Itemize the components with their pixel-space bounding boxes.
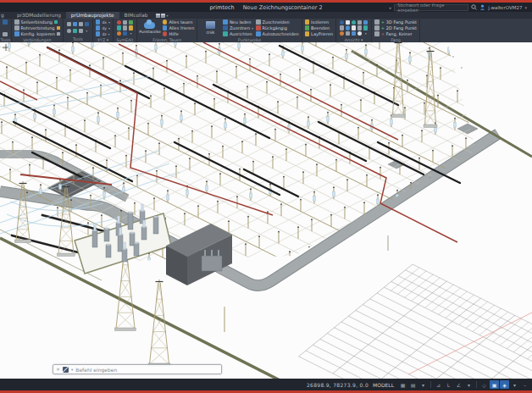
osr-icon bbox=[206, 21, 215, 29]
draw-polyline-icon[interactable] bbox=[73, 22, 78, 27]
seil-option-icon[interactable] bbox=[54, 20, 58, 24]
move-dx-button[interactable]: dx ▾ bbox=[96, 19, 110, 25]
seilverbindung-button[interactable]: Seilverbindung bbox=[14, 19, 60, 25]
symedit-sphere-icon[interactable] bbox=[117, 31, 122, 36]
user-account-icon[interactable] bbox=[479, 4, 485, 10]
beenden-button[interactable]: Beenden bbox=[305, 25, 334, 30]
tab-prumbauprojekte[interactable]: prUmbauprojekte bbox=[66, 12, 119, 19]
isolieren-button[interactable]: Isolieren bbox=[305, 19, 334, 25]
view-sphere-icon[interactable] bbox=[340, 20, 345, 25]
isodraft-icon[interactable]: ◇ bbox=[479, 380, 489, 389]
view-top-icon[interactable] bbox=[363, 20, 369, 25]
user-dropdown-icon[interactable]: ▾ bbox=[524, 5, 527, 10]
drawing-canvas[interactable] bbox=[0, 42, 532, 379]
tab-bimcollab[interactable]: BIMcollab bbox=[119, 12, 153, 19]
view-cube-icon[interactable] bbox=[346, 20, 351, 25]
osnap-icon[interactable]: ▣ bbox=[490, 380, 499, 389]
polar-tracking-icon[interactable]: ∠ bbox=[454, 380, 463, 389]
symedit-apply-icon[interactable] bbox=[129, 20, 134, 25]
infer-constraints-icon[interactable]: ⊿ bbox=[434, 380, 443, 389]
ansicht-caret-icon[interactable]: ▾ bbox=[365, 31, 367, 36]
draw-line-icon[interactable] bbox=[67, 22, 72, 27]
tab-clipped[interactable]: g bbox=[0, 12, 12, 19]
fang-keiner-button[interactable]: × Fang, Keiner bbox=[374, 31, 417, 36]
command-customize-icon[interactable] bbox=[63, 367, 69, 373]
ribbon-window-icon-2[interactable] bbox=[161, 14, 165, 18]
view-back-icon[interactable] bbox=[346, 31, 351, 36]
osr-big-button[interactable]: OSR bbox=[200, 21, 220, 35]
zuordnen-button[interactable]: Zuordnen ▾ bbox=[223, 25, 253, 30]
model-space-button[interactable]: MODELL bbox=[373, 382, 394, 388]
snap-cross-icon: × bbox=[381, 31, 385, 36]
zuschneiden-button[interactable]: Zuschneiden bbox=[256, 19, 298, 25]
view-front-icon[interactable] bbox=[340, 25, 345, 30]
ribbon-window-icon[interactable] bbox=[156, 14, 160, 18]
snap-mode-icon[interactable]: ▤ bbox=[408, 380, 418, 389]
rotate-icon[interactable] bbox=[73, 29, 78, 34]
polar-dropdown-icon[interactable]: ▾ bbox=[464, 380, 474, 389]
clipped-tool-icon-2[interactable] bbox=[3, 32, 8, 37]
command-line[interactable]: × ▾ Befehl eingeben bbox=[53, 364, 222, 374]
rohrverbindung-button[interactable]: Rohrverbindung bbox=[14, 25, 60, 30]
view-xray-icon[interactable] bbox=[357, 31, 363, 36]
command-recent-icon[interactable]: ▾ bbox=[71, 368, 73, 372]
view-right-icon[interactable] bbox=[363, 25, 369, 30]
snap-3d-icon bbox=[374, 19, 380, 25]
tools-caret-icon[interactable]: ▾ bbox=[86, 29, 87, 33]
titlebar: primtechNeue Zeichnungscontainer 2 ▸ Sti… bbox=[0, 3, 532, 12]
ribbon-options-caret-icon[interactable]: ▾ bbox=[166, 14, 168, 18]
symedit-warn-icon[interactable] bbox=[129, 25, 134, 30]
tab-pr3dmodellierung[interactable]: pr3DModellierung bbox=[12, 12, 66, 19]
grid-display-icon[interactable]: ▦ bbox=[398, 380, 407, 389]
layfrieren-button[interactable]: LayFrieren bbox=[305, 31, 334, 36]
snap-dropdown-icon[interactable]: ▾ bbox=[418, 380, 428, 389]
help-search-input[interactable]: Stichwort oder Frage eingeben bbox=[394, 4, 468, 11]
clipped-tool-icon[interactable] bbox=[3, 19, 8, 25]
view-wire-icon[interactable] bbox=[357, 20, 363, 25]
konfig-option-icon[interactable] bbox=[57, 32, 60, 36]
autozuschneiden-button[interactable]: Autozuschneiden bbox=[256, 31, 298, 36]
symedit-record-icon[interactable] bbox=[117, 20, 122, 25]
alles-frieren-button[interactable]: Alles frieren bbox=[163, 25, 194, 30]
alles-tauen-button[interactable]: Alles tauen bbox=[163, 19, 194, 25]
annotation-minus-icon[interactable]: – bbox=[520, 380, 529, 389]
fang-2d-punkt-button[interactable]: + 2D Fang Punkt bbox=[374, 25, 417, 30]
measure-icon[interactable] bbox=[67, 29, 72, 34]
substation-structures bbox=[0, 42, 532, 379]
view-box-icon[interactable] bbox=[352, 25, 357, 30]
view-iso-icon[interactable] bbox=[346, 25, 351, 30]
rohr-option-icon[interactable] bbox=[57, 26, 60, 30]
osnap-3d-icon[interactable]: ◈ bbox=[500, 380, 509, 389]
mirror-icon[interactable] bbox=[79, 29, 84, 34]
username[interactable]: j.walterOVM27 bbox=[488, 5, 522, 10]
fang-3d-punkt-button[interactable]: + 3D Fang Punkt bbox=[374, 19, 417, 25]
symedit-block-icon[interactable] bbox=[123, 20, 128, 25]
hilfe-button[interactable]: Hilfe bbox=[163, 31, 194, 36]
symedit-list-icon[interactable] bbox=[123, 25, 128, 30]
view-realistic-icon[interactable] bbox=[340, 31, 345, 36]
neu-laden-button[interactable]: Neu laden bbox=[223, 19, 253, 25]
snap-plus-icon-2: + bbox=[381, 25, 385, 30]
symedit-caret-icon[interactable]: ▾ bbox=[130, 31, 131, 36]
command-prompt[interactable]: Befehl eingeben bbox=[75, 367, 117, 373]
move-dz-button[interactable]: dz ▾ bbox=[96, 31, 110, 36]
view-left-icon[interactable] bbox=[357, 25, 363, 30]
rueckgaengig-button[interactable]: Rückgängig bbox=[256, 25, 298, 30]
draw-circle-icon[interactable] bbox=[85, 22, 90, 27]
command-close-icon[interactable]: × bbox=[56, 367, 60, 372]
search-expand-icon[interactable]: ▸ bbox=[390, 5, 392, 10]
view-bottom-icon[interactable] bbox=[352, 31, 357, 36]
search-icon[interactable] bbox=[471, 4, 477, 10]
ortho-mode-icon[interactable]: L bbox=[444, 380, 453, 389]
draw-arc-icon[interactable] bbox=[79, 22, 84, 27]
panel-label-punktwolke: Punktwolke bbox=[197, 37, 301, 42]
panel-label-isolieren bbox=[302, 37, 336, 42]
symedit-box-icon[interactable] bbox=[123, 31, 128, 36]
view-shaded-icon[interactable] bbox=[352, 20, 357, 25]
konfig-kopieren-button[interactable]: Konfig. kopieren bbox=[14, 31, 60, 36]
move-dy-button[interactable]: dy ▾ bbox=[96, 25, 110, 30]
symedit-edit-icon[interactable] bbox=[117, 25, 122, 30]
ausrichten-button[interactable]: Ausrichten bbox=[223, 31, 253, 36]
osnap-dropdown-icon[interactable]: ▾ bbox=[510, 380, 519, 389]
punktwolke-big-button[interactable]: Punktwolke bbox=[140, 22, 160, 35]
